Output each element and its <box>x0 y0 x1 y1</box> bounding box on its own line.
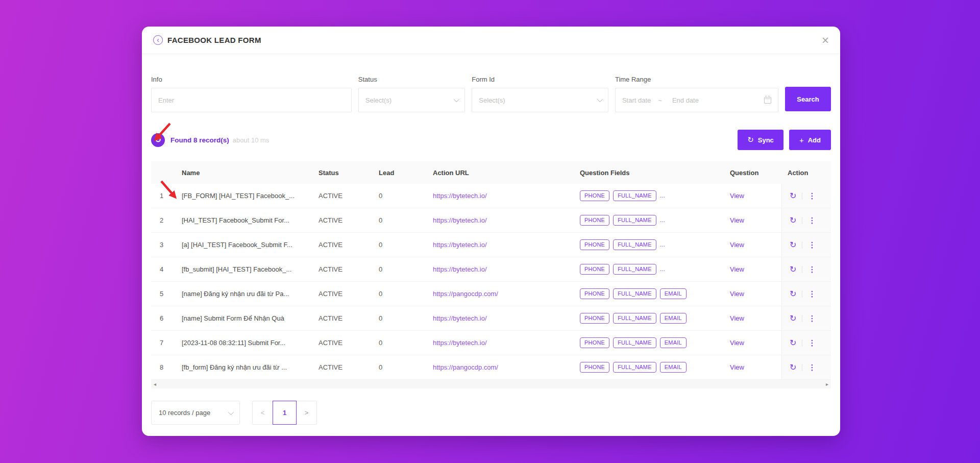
row-view-link[interactable]: View <box>730 339 744 347</box>
header-status: Status <box>312 169 373 177</box>
row-name: [name] Đăng ký nhận ưu đãi từ Pa... <box>176 290 312 298</box>
row-action-url-link[interactable]: https://pangocdp.com/ <box>433 290 498 298</box>
row-more-menu-icon[interactable]: ⋮ <box>808 216 816 225</box>
row-action-cell: ↻ ⋮ <box>781 257 831 281</box>
row-action-url-link[interactable]: https://bytetech.io/ <box>433 265 487 273</box>
row-refresh-icon[interactable]: ↻ <box>790 191 796 201</box>
row-lead-count: 0 <box>373 290 427 298</box>
action-divider <box>802 315 802 322</box>
date-separator: ~ <box>658 96 662 104</box>
prev-page-button[interactable]: < <box>252 401 273 425</box>
table-header-row: Name Status Lead Action URL Question Fie… <box>151 161 831 184</box>
header-question-fields: Question Fields <box>574 169 724 177</box>
row-index: 1 <box>151 192 176 200</box>
form-id-select[interactable]: Select(s) <box>472 88 608 112</box>
row-view-link[interactable]: View <box>730 216 744 224</box>
question-field-tag: EMAIL <box>660 337 687 348</box>
row-action-url-link[interactable]: https://bytetech.io/ <box>433 216 487 224</box>
question-field-tag: EMAIL <box>660 362 687 373</box>
row-action-url-link[interactable]: https://bytetech.io/ <box>433 192 487 200</box>
row-more-menu-icon[interactable]: ⋮ <box>808 363 816 372</box>
page-size-select[interactable]: 10 records / page <box>151 401 240 425</box>
row-more-menu-icon[interactable]: ⋮ <box>808 289 816 299</box>
row-index: 4 <box>151 265 176 273</box>
row-more-menu-icon[interactable]: ⋮ <box>808 338 816 348</box>
row-question-fields: PHONEFULL_NAMEEMAIL <box>574 313 724 324</box>
row-refresh-icon[interactable]: ↻ <box>790 313 796 323</box>
add-button[interactable]: + Add <box>789 130 831 150</box>
results-actions: ↻ Sync + Add <box>738 130 831 150</box>
row-index: 6 <box>151 314 176 322</box>
question-fields-overflow: ... <box>660 241 665 248</box>
question-fields-overflow: ... <box>660 216 665 224</box>
row-index: 7 <box>151 339 176 347</box>
back-circle-icon[interactable]: ‹ <box>153 35 163 45</box>
row-action-url-link[interactable]: https://bytetech.io/ <box>433 314 487 322</box>
row-action-url-link[interactable]: https://bytetech.io/ <box>433 241 487 249</box>
modal-header: ‹ FACEBOOK LEAD FORM × <box>142 27 840 54</box>
table-row: 2 [HAI_TEST] Facebook_Submit For... ACTI… <box>151 208 831 233</box>
row-view-link[interactable]: View <box>730 290 744 298</box>
question-field-tag: PHONE <box>580 288 609 299</box>
next-page-button[interactable]: > <box>297 401 317 425</box>
question-field-tag: PHONE <box>580 337 609 348</box>
close-icon[interactable]: × <box>822 34 829 46</box>
row-view-link[interactable]: View <box>730 314 744 322</box>
refresh-circle-icon[interactable]: ↻ <box>151 133 165 147</box>
scroll-right-icon[interactable]: ▸ <box>826 381 828 387</box>
date-range-picker[interactable]: Start date ~ End date <box>615 88 778 112</box>
info-label: Info <box>151 76 352 83</box>
question-fields-overflow: ... <box>660 192 665 199</box>
row-more-menu-icon[interactable]: ⋮ <box>808 265 816 274</box>
row-name: [a] [HAI_TEST] Facebook_Submit F... <box>176 241 312 249</box>
row-name: [FB_FORM] [HAI_TEST] Facebook_... <box>176 192 312 200</box>
row-refresh-icon[interactable]: ↻ <box>790 362 796 372</box>
row-name: [2023-11-08 08:32:11] Submit For... <box>176 339 312 347</box>
status-select-placeholder: Select(s) <box>365 96 391 104</box>
row-status: ACTIVE <box>312 265 373 273</box>
row-refresh-icon[interactable]: ↻ <box>790 240 796 250</box>
facebook-lead-form-modal: ‹ FACEBOOK LEAD FORM × Info Status Selec… <box>142 27 840 436</box>
scroll-left-icon[interactable]: ◂ <box>154 381 156 387</box>
row-status: ACTIVE <box>312 216 373 224</box>
action-divider <box>802 217 802 224</box>
horizontal-scrollbar[interactable]: ◂ ▸ <box>151 380 831 388</box>
row-refresh-icon[interactable]: ↻ <box>790 215 796 225</box>
row-index: 8 <box>151 363 176 371</box>
info-filter: Info <box>151 76 352 112</box>
current-page-button[interactable]: 1 <box>273 401 297 425</box>
row-status: ACTIVE <box>312 314 373 322</box>
sync-button[interactable]: ↻ Sync <box>738 130 783 150</box>
row-name: [name] Submit Form Để Nhận Quà <box>176 314 312 322</box>
row-action-url-link[interactable]: https://pangocdp.com/ <box>433 363 498 371</box>
status-select[interactable]: Select(s) <box>358 88 465 112</box>
row-question-fields: PHONEFULL_NAME... <box>574 190 724 201</box>
plus-icon: + <box>799 136 804 144</box>
row-view-link[interactable]: View <box>730 192 744 200</box>
row-index: 2 <box>151 216 176 224</box>
row-view-link[interactable]: View <box>730 265 744 273</box>
table-row: 6 [name] Submit Form Để Nhận Quà ACTIVE … <box>151 306 831 331</box>
question-field-tag: FULL_NAME <box>613 190 656 201</box>
row-view-link[interactable]: View <box>730 363 744 371</box>
question-field-tag: FULL_NAME <box>613 264 656 275</box>
row-action-url-link[interactable]: https://bytetech.io/ <box>433 339 487 347</box>
row-view-link[interactable]: View <box>730 241 744 249</box>
row-lead-count: 0 <box>373 314 427 322</box>
row-name: [fb_form] Đăng ký nhận ưu đãi từ ... <box>176 363 312 371</box>
action-divider <box>802 266 802 273</box>
status-label: Status <box>358 76 465 83</box>
row-refresh-icon[interactable]: ↻ <box>790 264 796 274</box>
row-more-menu-icon[interactable]: ⋮ <box>808 314 816 323</box>
table-row: 8 [fb_form] Đăng ký nhận ưu đãi từ ... A… <box>151 355 831 380</box>
modal-body: Info Status Select(s) Form Id Select(s) … <box>142 54 840 436</box>
row-more-menu-icon[interactable]: ⋮ <box>808 191 816 201</box>
row-more-menu-icon[interactable]: ⋮ <box>808 240 816 250</box>
start-date-placeholder: Start date <box>622 96 651 104</box>
info-input[interactable] <box>151 88 352 112</box>
row-status: ACTIVE <box>312 290 373 298</box>
search-button[interactable]: Search <box>785 87 831 111</box>
row-refresh-icon[interactable]: ↻ <box>790 289 796 299</box>
row-refresh-icon[interactable]: ↻ <box>790 338 796 348</box>
chevron-down-icon <box>228 409 234 415</box>
